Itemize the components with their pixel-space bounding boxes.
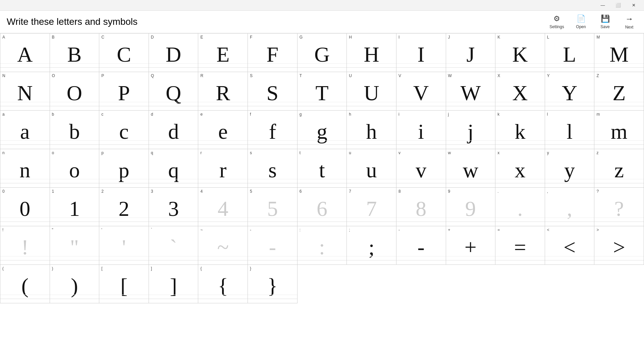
letter-cell[interactable]: SS bbox=[248, 72, 298, 111]
letter-cell[interactable]: FF bbox=[248, 34, 298, 72]
letter-cell[interactable]: PP bbox=[99, 72, 149, 111]
letter-cell[interactable]: HH bbox=[347, 34, 396, 72]
letter-cell[interactable]: pp bbox=[99, 149, 149, 188]
letter-cell[interactable]: !! bbox=[0, 226, 50, 265]
letter-cell[interactable]: cc bbox=[99, 111, 149, 149]
letter-cell[interactable]: >> bbox=[594, 226, 644, 265]
letter-cell[interactable]: `` bbox=[149, 226, 199, 265]
letter-cell[interactable]: .. bbox=[495, 188, 545, 226]
cell-label: l bbox=[545, 111, 594, 117]
letter-cell[interactable]: ii bbox=[396, 111, 446, 149]
letter-cell[interactable]: xx bbox=[495, 149, 545, 188]
letter-cell[interactable]: aa bbox=[0, 111, 50, 149]
letter-cell[interactable]: "" bbox=[50, 226, 100, 265]
letter-cell[interactable]: OO bbox=[50, 72, 100, 111]
letter-cell[interactable]: QQ bbox=[149, 72, 199, 111]
cell-label: ' bbox=[99, 226, 149, 232]
cell-label: } bbox=[248, 265, 297, 271]
letter-cell[interactable]: ~~ bbox=[198, 226, 248, 265]
maximize-button[interactable]: ⬜ bbox=[610, 0, 626, 11]
letter-cell[interactable]: oo bbox=[50, 149, 100, 188]
letter-cell[interactable]: bb bbox=[50, 111, 100, 149]
letter-cell[interactable]: -- bbox=[248, 226, 298, 265]
letter-cell[interactable]: MM bbox=[594, 34, 644, 72]
letter-cell[interactable]: {{ bbox=[198, 265, 248, 303]
close-button[interactable]: ✕ bbox=[626, 0, 641, 11]
letter-cell[interactable]: ZZ bbox=[594, 72, 644, 111]
letter-cell[interactable]: ]] bbox=[149, 265, 199, 303]
letter-cell[interactable]: ;; bbox=[347, 226, 396, 265]
letter-cell[interactable]: ?? bbox=[594, 188, 644, 226]
letter-cell[interactable]: rr bbox=[198, 149, 248, 188]
letter-cell[interactable]: dd bbox=[149, 111, 199, 149]
letter-cell[interactable]: jj bbox=[446, 111, 496, 149]
letter-cell[interactable]: 88 bbox=[396, 188, 446, 226]
cell-label: ; bbox=[347, 226, 396, 232]
letter-cell[interactable]: hh bbox=[347, 111, 396, 149]
letter-cell[interactable]: ++ bbox=[446, 226, 496, 265]
letter-cell[interactable]: )) bbox=[50, 265, 100, 303]
letter-cell[interactable]: 99 bbox=[446, 188, 496, 226]
letter-cell[interactable]: 44 bbox=[198, 188, 248, 226]
letter-cell[interactable]: BB bbox=[50, 34, 100, 72]
letter-cell[interactable]: ss bbox=[248, 149, 298, 188]
letter-cell[interactable]: :: bbox=[298, 226, 347, 265]
letter-cell[interactable]: kk bbox=[495, 111, 545, 149]
letter-cell[interactable]: (( bbox=[0, 265, 50, 303]
letter-cell[interactable]: ff bbox=[248, 111, 298, 149]
letter-cell[interactable]: }} bbox=[248, 265, 298, 303]
letter-cell[interactable]: GG bbox=[298, 34, 347, 72]
letter-cell[interactable]: zz bbox=[594, 149, 644, 188]
letter-cell[interactable]: mm bbox=[594, 111, 644, 149]
letter-cell[interactable]: 22 bbox=[99, 188, 149, 226]
cell-glyph: b bbox=[50, 117, 99, 149]
letter-cell[interactable]: YY bbox=[545, 72, 595, 111]
letter-cell[interactable]: VV bbox=[396, 72, 446, 111]
letter-cell[interactable]: EE bbox=[198, 34, 248, 72]
letter-cell[interactable]: ,, bbox=[545, 188, 595, 226]
letter-cell[interactable]: AA bbox=[0, 34, 50, 72]
letter-cell[interactable]: UU bbox=[347, 72, 396, 111]
letter-cell[interactable]: gg bbox=[298, 111, 347, 149]
minimize-button[interactable]: — bbox=[595, 0, 610, 11]
letter-cell[interactable]: DD bbox=[149, 34, 199, 72]
letter-cell[interactable]: ww bbox=[446, 149, 496, 188]
cell-glyph: h bbox=[347, 117, 396, 149]
letter-cell[interactable]: ee bbox=[198, 111, 248, 149]
letter-cell[interactable]: TT bbox=[298, 72, 347, 111]
letter-cell[interactable]: II bbox=[396, 34, 446, 72]
letter-cell[interactable]: JJ bbox=[446, 34, 496, 72]
letter-cell[interactable]: nn bbox=[0, 149, 50, 188]
letter-cell[interactable]: qq bbox=[149, 149, 199, 188]
letter-cell[interactable]: WW bbox=[446, 72, 496, 111]
open-button[interactable]: 📄 Open bbox=[573, 14, 589, 29]
save-button[interactable]: 💾 Save bbox=[597, 14, 613, 29]
letter-cell[interactable]: XX bbox=[495, 72, 545, 111]
letter-cell[interactable]: << bbox=[545, 226, 595, 265]
letter-cell[interactable]: 33 bbox=[149, 188, 199, 226]
letter-cell[interactable]: '' bbox=[99, 226, 149, 265]
letter-cell[interactable]: NN bbox=[0, 72, 50, 111]
letter-cell[interactable]: 66 bbox=[298, 188, 347, 226]
cell-label: B bbox=[50, 34, 99, 40]
letter-cell[interactable]: 00 bbox=[0, 188, 50, 226]
settings-button[interactable]: ⚙ Settings bbox=[549, 14, 565, 29]
letter-cell[interactable]: == bbox=[495, 226, 545, 265]
letter-cell[interactable]: -- bbox=[396, 226, 446, 265]
letter-cell[interactable]: 55 bbox=[248, 188, 298, 226]
letter-cell[interactable]: RR bbox=[198, 72, 248, 111]
cell-label: 6 bbox=[298, 188, 347, 194]
letter-cell[interactable]: 11 bbox=[50, 188, 100, 226]
letter-cell[interactable]: 77 bbox=[347, 188, 396, 226]
letter-cell[interactable]: uu bbox=[347, 149, 396, 188]
letter-cell[interactable]: vv bbox=[396, 149, 446, 188]
letter-cell[interactable]: LL bbox=[545, 34, 595, 72]
letter-cell[interactable]: CC bbox=[99, 34, 149, 72]
letter-cell[interactable]: tt bbox=[298, 149, 347, 188]
letter-cell[interactable]: [[ bbox=[99, 265, 149, 303]
letter-cell[interactable]: ll bbox=[545, 111, 595, 149]
letter-cell[interactable]: KK bbox=[495, 34, 545, 72]
letter-cell[interactable]: yy bbox=[545, 149, 595, 188]
cell-glyph: : bbox=[298, 232, 347, 264]
next-button[interactable]: → Next bbox=[621, 14, 637, 29]
